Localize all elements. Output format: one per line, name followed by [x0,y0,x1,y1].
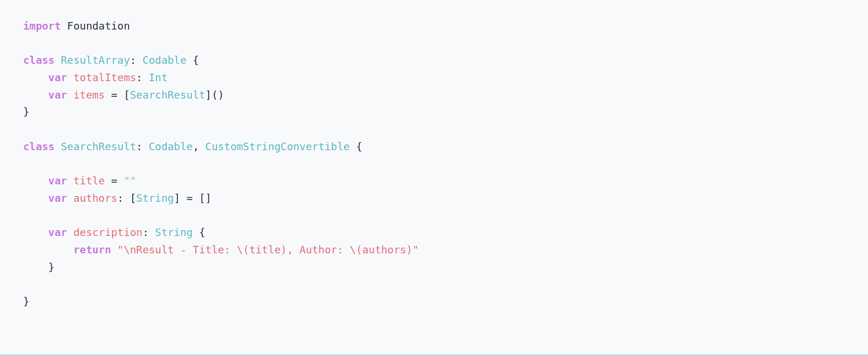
code-editor: import Foundation class ResultArray: Cod… [0,0,868,356]
code-token: , [193,140,206,152]
code-line [23,207,845,224]
code-token: class [23,54,54,66]
code-line: var authors: [String] = [] [23,190,845,207]
code-token: import [23,20,61,32]
code-line: class ResultArray: Codable { [23,52,845,69]
code-line [23,35,845,52]
code-line: import Foundation [23,17,845,35]
code-content: import Foundation class ResultArray: Cod… [23,17,845,310]
code-line [23,275,845,293]
code-token: } [23,261,54,273]
code-token: ] = [] [174,192,211,204]
code-line: var title = "" [23,172,845,190]
code-token: : [136,140,149,152]
code-token [23,71,48,83]
code-token: SearchResult [54,140,136,152]
code-token: } [23,106,30,118]
code-token [23,192,48,204]
code-token: Int [149,71,168,83]
code-token: : [143,226,155,238]
code-token: authors [67,192,118,204]
code-token: "\nResult - Title: \(title), Author: \(a… [111,244,419,256]
code-token: { [193,226,206,238]
code-line: var totalItems: Int [23,69,845,86]
code-token: return [74,244,111,256]
code-token: String [155,226,193,238]
code-token: ResultArray [54,54,130,66]
code-token: title [67,175,105,187]
code-token: : [136,71,149,83]
code-line: } [23,293,845,310]
code-token: { [187,54,199,66]
code-token: Codable [143,54,187,66]
code-token: CustomStringConvertible [205,140,349,152]
code-token: var [48,226,67,238]
code-token: class [23,140,54,152]
code-token: var [48,192,67,204]
code-line: class SearchResult: Codable, CustomStrin… [23,138,845,155]
code-line: } [23,103,845,121]
code-token: var [48,89,67,101]
code-line [23,155,845,173]
code-token [23,175,48,187]
code-token: var [48,71,67,83]
code-token: = [105,175,124,187]
code-token: } [23,295,30,307]
code-token [23,244,74,256]
code-token: var [48,175,67,187]
code-token: "" [123,175,136,187]
code-token [23,89,48,101]
code-token: Codable [149,140,193,152]
code-token: description [67,226,143,238]
code-line: var description: String { [23,224,845,241]
code-token: { [350,140,363,152]
code-line: } [23,259,845,276]
code-token: items [67,89,105,101]
code-token: String [136,192,174,204]
code-token: ]() [205,89,224,101]
code-line: return "\nResult - Title: \(title), Auth… [23,241,845,259]
code-line [23,121,845,138]
code-token: = [ [105,89,130,101]
code-line: var items = [SearchResult]() [23,86,845,104]
code-token: totalItems [67,71,136,83]
code-token: : [ [118,192,137,204]
code-token [23,226,48,238]
code-token: : [130,54,143,66]
code-token: Foundation [61,20,130,32]
code-token: SearchResult [130,89,205,101]
